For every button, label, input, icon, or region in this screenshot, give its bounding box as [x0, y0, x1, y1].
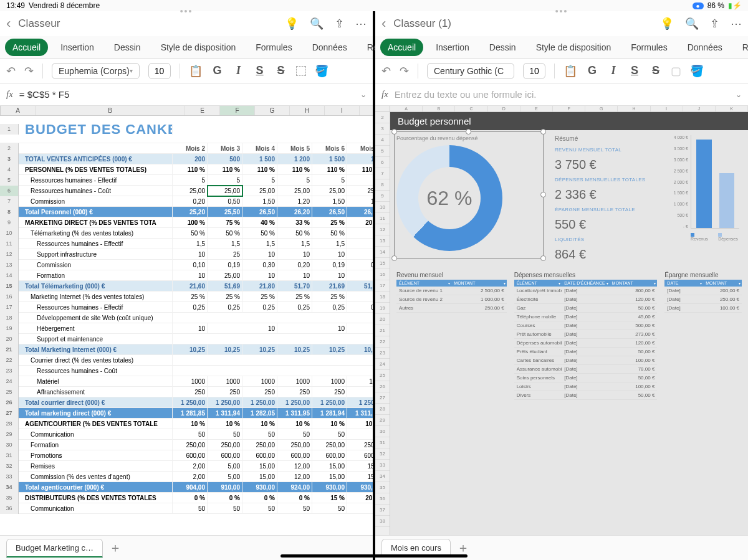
table-cell[interactable]: [Date]	[664, 295, 703, 303]
cell[interactable]: 20 %	[347, 493, 373, 503]
row-header[interactable]: 34	[0, 482, 19, 493]
cell[interactable]: 1,5	[312, 239, 347, 249]
cell[interactable]: 1,20	[277, 196, 312, 207]
cell[interactable]: 1,	[347, 239, 373, 249]
table-cell[interactable]: Téléphone mobile	[514, 313, 562, 321]
cell[interactable]: 1 250,00	[208, 397, 242, 408]
cell[interactable]: 25 %	[173, 292, 208, 302]
cell[interactable]: 0,1	[347, 260, 373, 270]
ribbon-tab-données[interactable]: Données	[680, 39, 730, 56]
row-label[interactable]: Marketing Internet (% des ventes totales…	[23, 292, 173, 302]
cell[interactable]: 10	[242, 323, 277, 334]
cell[interactable]: 110 %	[277, 164, 312, 175]
cell[interactable]: 26,50	[312, 207, 347, 217]
cell[interactable]: 25 %	[242, 292, 277, 302]
table-cell[interactable]: [Date]	[562, 321, 610, 330]
row-header[interactable]: 26	[375, 381, 390, 392]
row-header[interactable]: 27	[0, 408, 19, 419]
row-header[interactable]: 9	[0, 217, 19, 228]
row-header[interactable]: 13	[375, 235, 390, 247]
cell[interactable]: 51,70	[277, 281, 312, 292]
cell[interactable]: 250,00	[173, 440, 208, 450]
cell[interactable]: 0,25	[312, 302, 347, 313]
row-header[interactable]: 14	[0, 270, 19, 281]
row-header[interactable]: 28	[0, 419, 19, 429]
col-header-A[interactable]: A	[390, 106, 423, 112]
bold-button[interactable]: G	[211, 64, 224, 77]
row-header[interactable]: 3	[0, 154, 19, 164]
cell[interactable]: 50	[277, 429, 312, 440]
formula-expand-icon[interactable]: ⌄	[360, 90, 367, 99]
row-header[interactable]: 17	[375, 280, 390, 292]
cell[interactable]: 25	[208, 249, 242, 260]
more-icon[interactable]: ⋯	[731, 17, 742, 31]
cell[interactable]: 250	[173, 387, 208, 397]
cell[interactable]: 600,00	[208, 450, 242, 461]
row-header[interactable]: 24	[375, 359, 390, 370]
cell[interactable]: 924,00	[277, 482, 312, 493]
undo-button[interactable]: ↶	[6, 64, 16, 78]
table-cell[interactable]: [Date]	[562, 330, 610, 338]
col-header-H[interactable]: H	[618, 106, 650, 112]
row-header[interactable]: 31	[375, 437, 390, 448]
cell[interactable]: 26,50	[347, 207, 373, 217]
underline-button[interactable]: S	[628, 64, 641, 77]
cell[interactable]: 51,65	[347, 281, 373, 292]
row-label[interactable]: Total Personnel (000) €	[23, 207, 173, 217]
col-header-J[interactable]: J	[360, 106, 373, 115]
table-cell[interactable]: Dépenses automobile	[514, 339, 562, 347]
table-cell[interactable]: 100,00 €	[610, 382, 658, 391]
ribbon-tab-dessin[interactable]: Dessin	[107, 39, 148, 56]
row-label[interactable]: Support infrastructure	[23, 249, 173, 260]
table-revenu[interactable]: Revenu mensuelÉLÉMENTMONTANTSource de re…	[396, 272, 507, 400]
cell[interactable]: 1,5	[347, 196, 373, 207]
cell[interactable]: 10	[173, 249, 208, 260]
cell[interactable]: 110 %	[312, 164, 347, 175]
table-cell[interactable]: [Date]	[562, 339, 610, 347]
table-cell[interactable]: Assurance automobile	[514, 365, 562, 373]
font-size-input[interactable]: 10	[148, 63, 171, 79]
table-cell[interactable]: [Date]	[562, 295, 610, 303]
cell[interactable]: 110 %	[347, 164, 373, 175]
cell[interactable]: 250,00	[208, 440, 242, 450]
ribbon-tab-insertion[interactable]: Insertion	[428, 39, 477, 56]
add-sheet-button[interactable]: ＋	[457, 539, 469, 556]
clipboard-icon[interactable]: 📋	[189, 64, 203, 78]
cell[interactable]: 50 %	[208, 228, 242, 239]
col-header-E[interactable]: E	[520, 106, 553, 112]
cell[interactable]: 2,00	[173, 472, 208, 482]
cell[interactable]: 50	[173, 429, 208, 440]
cell[interactable]: 1,5	[208, 239, 242, 249]
cell[interactable]: 12,00	[277, 472, 312, 482]
row-header[interactable]: 1	[0, 124, 19, 135]
row-label[interactable]: Total courrier direct (000) €	[23, 397, 173, 408]
cell[interactable]: 1,50	[242, 196, 277, 207]
row-label[interactable]: Courrier direct (% des ventes totales)	[23, 355, 173, 366]
row-label[interactable]: Ressources humaines - Coût	[23, 186, 173, 196]
row-header[interactable]: 36	[0, 503, 19, 514]
table-header[interactable]: MONTANT	[451, 280, 506, 287]
cell[interactable]: 5	[347, 503, 373, 514]
table-cell[interactable]: 45,00 €	[610, 313, 658, 321]
row-header[interactable]: 10	[0, 228, 19, 239]
cell[interactable]: 25,20	[173, 207, 208, 217]
table-cell[interactable]: 50,00 €	[610, 348, 658, 356]
cell[interactable]: 930,00	[347, 482, 373, 493]
cell[interactable]: 250	[208, 387, 242, 397]
cell[interactable]: 1	[347, 249, 373, 260]
sheet-grid-right[interactable]: ABCDEFGHIJK 2345678910111213141516171819…	[375, 106, 748, 535]
cell[interactable]: 50 %	[277, 228, 312, 239]
cell[interactable]: 250	[312, 387, 347, 397]
cell[interactable]: 1 200	[277, 154, 312, 164]
cell[interactable]: 930,00	[312, 482, 347, 493]
table-cell[interactable]: Source de revenu 2	[396, 295, 451, 303]
cell[interactable]: Mois 7	[347, 143, 373, 154]
table-cell[interactable]: 50,00 €	[610, 374, 658, 382]
bold-button[interactable]: G	[586, 64, 598, 77]
table-cell[interactable]: 2 500,00 €	[451, 287, 506, 295]
row-header[interactable]: 13	[0, 260, 19, 270]
table-cell[interactable]: 78,00 €	[610, 365, 658, 373]
row-header[interactable]: 38	[375, 516, 390, 527]
cell[interactable]: 250,00	[277, 440, 312, 450]
cell[interactable]: 50	[242, 429, 277, 440]
